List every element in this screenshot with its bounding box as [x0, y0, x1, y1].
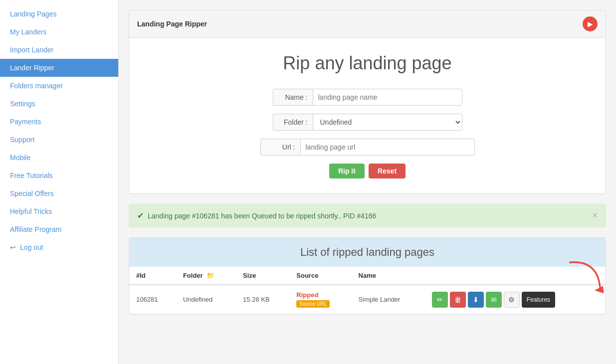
main-content: Landing Page Ripper ▶ Rip any landing pa… [119, 0, 616, 364]
folder-icon: 📁 [206, 272, 214, 279]
sidebar-item-landing-pages[interactable]: Landing Pages [0, 5, 118, 23]
table-header: List of ripped landing pages [129, 238, 606, 267]
check-icon: ✔ [137, 211, 144, 220]
alert-close-button[interactable]: × [592, 210, 598, 221]
sidebar-item-log-out[interactable]: ↩ Log out [0, 238, 118, 256]
ripped-pages-table-section: List of ripped landing pages #Id Folder … [129, 237, 606, 315]
row-actions: ✏ 🗑 ⬇ ✉ ⚙ [425, 285, 606, 314]
table-header-row: #Id Folder 📁 Size Source Name [129, 267, 606, 285]
share-icon: ✉ [491, 296, 497, 304]
features-button[interactable]: Features [522, 292, 555, 308]
rip-it-button[interactable]: Rip it [329, 164, 365, 179]
trash-icon: 🗑 [454, 296, 461, 304]
col-actions [425, 267, 606, 285]
alert-message: Landing page #106281 has been Queued to … [148, 212, 376, 220]
sidebar-item-my-landers[interactable]: My Landers [0, 23, 118, 41]
row-size: 15.28 KB [236, 285, 289, 314]
folder-select[interactable]: Undefined [313, 114, 462, 131]
row-folder: Undefined [176, 285, 236, 314]
row-source: Ripped Source URL [289, 285, 351, 314]
source-url-badge: Source URL [296, 300, 329, 308]
landing-page-ripper-panel: Landing Page Ripper ▶ Rip any landing pa… [129, 10, 606, 194]
delete-button[interactable]: 🗑 [450, 292, 466, 308]
url-field-group: Url : [139, 139, 596, 156]
play-icon[interactable]: ▶ [583, 16, 598, 31]
name-label: Name : [273, 89, 313, 106]
sidebar: Landing Pages My Landers Import Lander L… [0, 0, 119, 364]
folder-field-group: Folder : Undefined [139, 114, 596, 131]
col-source: Source [289, 267, 351, 285]
sidebar-item-settings[interactable]: Settings [0, 95, 118, 113]
sidebar-item-helpful-tricks[interactable]: Helpful Tricks [0, 202, 118, 220]
form-buttons: Rip it Reset [139, 164, 596, 179]
panel-header: Landing Page Ripper ▶ [129, 10, 606, 38]
row-id: 106281 [129, 285, 176, 314]
edit-button[interactable]: ✏ [432, 292, 448, 308]
col-name: Name [352, 267, 425, 285]
gear-icon: ⚙ [508, 296, 515, 304]
share-button[interactable]: ✉ [486, 292, 502, 308]
table-row: 106281 Undefined 15.28 KB Ripped Source … [129, 285, 606, 314]
sidebar-item-mobile[interactable]: Mobile [0, 149, 118, 167]
success-alert: ✔ Landing page #106281 has been Queued t… [129, 204, 606, 227]
logout-icon: ↩ [10, 243, 16, 251]
row-name: Simple Lander [352, 285, 425, 314]
download-icon: ⬇ [473, 296, 479, 304]
settings-gear-button[interactable]: ⚙ [504, 292, 520, 308]
col-folder: Folder 📁 [176, 267, 236, 285]
features-label: Features [527, 296, 550, 303]
form-title: Rip any landing page [139, 53, 596, 74]
sidebar-item-lander-ripper[interactable]: Lander Ripper [0, 59, 118, 77]
col-size: Size [236, 267, 289, 285]
panel-body: Rip any landing page Name : Folder : Und… [129, 38, 606, 193]
sidebar-item-special-offers[interactable]: Special Offers [0, 184, 118, 202]
panel-title: Landing Page Ripper [137, 20, 207, 28]
url-label: Url : [260, 139, 300, 156]
edit-icon: ✏ [437, 296, 443, 304]
sidebar-item-support[interactable]: Support [0, 131, 118, 149]
ripped-status: Ripped [296, 291, 318, 299]
action-buttons: ✏ 🗑 ⬇ ✉ ⚙ [432, 292, 599, 308]
sidebar-item-folders-manager[interactable]: Folders manager [0, 77, 118, 95]
sidebar-item-payments[interactable]: Payments [0, 113, 118, 131]
download-button[interactable]: ⬇ [468, 292, 484, 308]
sidebar-item-free-tutorials[interactable]: Free Tutorials [0, 167, 118, 184]
sidebar-item-import-lander[interactable]: Import Lander [0, 41, 118, 59]
name-field-group: Name : [139, 89, 596, 106]
folder-label: Folder : [273, 114, 313, 131]
svg-marker-0 [595, 286, 604, 293]
reset-button[interactable]: Reset [369, 164, 406, 179]
sidebar-item-affiliate-program[interactable]: Affiliate Program [0, 220, 118, 238]
url-input[interactable] [300, 139, 475, 156]
name-input[interactable] [313, 89, 462, 106]
col-id: #Id [129, 267, 176, 285]
ripped-pages-table: #Id Folder 📁 Size Source Name 106281 Und… [129, 267, 606, 314]
